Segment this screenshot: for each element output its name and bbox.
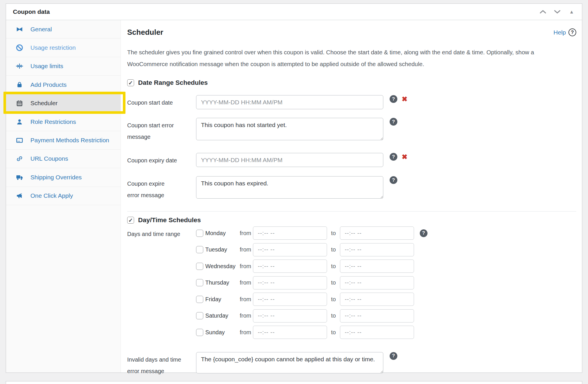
day-time-checkbox[interactable]: ✓ xyxy=(127,217,134,224)
expiry-date-help-icon[interactable]: ? xyxy=(390,153,397,161)
coupon-expire-error-row: Coupon expire error message This coupon … xyxy=(127,176,576,201)
sidebar-item-label: Role Restrictions xyxy=(30,118,76,125)
sidebar-item-usage-limits[interactable]: Usage limits xyxy=(6,57,121,76)
sunday-checkbox[interactable] xyxy=(196,329,203,336)
sidebar-item-label: One Click Apply xyxy=(30,192,73,199)
sidebar-item-label: Usage restriction xyxy=(30,44,76,51)
truck-icon xyxy=(16,174,23,181)
monday-from-input[interactable] xyxy=(253,226,327,240)
day-row-wednesday: Wednesday from to xyxy=(196,260,428,273)
start-date-clear-icon[interactable]: ✖ xyxy=(402,95,407,103)
day-row-friday: Friday from to xyxy=(196,293,428,306)
scheduler-description: The scheduler gives you fine grained con… xyxy=(127,46,576,70)
coupon-expiry-date-input[interactable] xyxy=(196,153,383,167)
thursday-checkbox[interactable] xyxy=(196,279,203,286)
invalid-days-help-icon[interactable]: ? xyxy=(390,352,397,360)
help-question-icon: ? xyxy=(568,28,576,36)
sunday-to-input[interactable] xyxy=(340,326,414,339)
bag-icon xyxy=(16,81,23,89)
coupon-start-date-input[interactable] xyxy=(196,95,383,109)
thursday-from-input[interactable] xyxy=(253,276,327,289)
metabox-controls: ▲ xyxy=(537,6,577,18)
monday-to-input[interactable] xyxy=(340,226,414,240)
sidebar-item-payment-methods[interactable]: Payment Methods Restriction xyxy=(6,131,121,149)
sidebar-item-role-restrictions[interactable]: Role Restrictions xyxy=(6,113,121,131)
day-row-monday: Monday from to ? xyxy=(196,226,428,240)
day-row-tuesday: Tuesday from to xyxy=(196,243,428,256)
expiry-date-clear-icon[interactable]: ✖ xyxy=(402,153,407,161)
day-time-section-head: ✓ Day/Time Schedules xyxy=(127,216,576,224)
sidebar-item-shipping-overrides[interactable]: Shipping Overrides xyxy=(6,168,121,187)
invalid-days-error-label: Invalid days and time error message xyxy=(127,352,196,377)
sidebar-item-one-click-apply[interactable]: One Click Apply xyxy=(6,187,121,205)
sidebar-item-label: Shipping Overrides xyxy=(30,174,82,181)
monday-checkbox[interactable] xyxy=(196,230,203,237)
sunday-from-input[interactable] xyxy=(253,326,327,339)
tuesday-to-input[interactable] xyxy=(340,243,414,256)
sidebar-item-label: URL Coupons xyxy=(30,155,68,162)
sidebar-item-scheduler[interactable]: Scheduler xyxy=(6,94,121,113)
coupon-tabs-sidebar: General Usage restriction Usage limits xyxy=(6,20,121,373)
toggle-panel-icon[interactable]: ▲ xyxy=(566,6,577,18)
thursday-to-input[interactable] xyxy=(340,276,414,289)
wednesday-from-input[interactable] xyxy=(253,260,327,273)
tuesday-from-input[interactable] xyxy=(253,243,327,256)
coupon-expire-error-textarea[interactable]: This coupon has expired. xyxy=(196,176,383,199)
day-row-thursday: Thursday from to xyxy=(196,276,428,289)
coupon-start-error-textarea[interactable]: This coupon has not started yet. xyxy=(196,118,383,140)
sidebar-item-label: Usage limits xyxy=(30,63,63,70)
sidebar-item-url-coupons[interactable]: URL Coupons xyxy=(6,150,121,168)
friday-checkbox[interactable] xyxy=(196,296,203,303)
section-divider xyxy=(127,211,576,212)
invalid-days-error-textarea[interactable]: The {coupon_code} coupon cannot be appli… xyxy=(196,352,383,373)
next-metabox-edge xyxy=(6,381,582,384)
coupon-start-date-row: Coupon start date ? ✖ xyxy=(127,95,576,109)
user-icon xyxy=(16,118,23,126)
friday-to-input[interactable] xyxy=(340,293,414,306)
coupon-data-metabox: Coupon data ▲ General xyxy=(6,3,582,373)
days-time-range-block: Days and time range Monday from to ? Tue… xyxy=(127,226,576,342)
coupon-expiry-date-row: Coupon expiry date ? ✖ xyxy=(127,153,576,167)
date-range-checkbox[interactable]: ✓ xyxy=(127,79,134,86)
expire-error-help-icon[interactable]: ? xyxy=(390,176,397,184)
metabox-title: Coupon data xyxy=(13,8,50,15)
coupon-start-error-row: Coupon start error message This coupon h… xyxy=(127,118,576,143)
wednesday-to-input[interactable] xyxy=(340,260,414,273)
sidebar-item-add-products[interactable]: Add Products xyxy=(6,76,121,94)
sidebar-item-usage-restriction[interactable]: Usage restriction xyxy=(6,39,121,57)
days-help-icon[interactable]: ? xyxy=(420,229,428,237)
limits-icon xyxy=(16,62,23,70)
metabox-header: Coupon data ▲ xyxy=(6,4,582,20)
sidebar-item-label: Add Products xyxy=(30,81,67,88)
no-entry-icon xyxy=(16,44,23,51)
move-down-icon[interactable] xyxy=(552,6,563,18)
wednesday-checkbox[interactable] xyxy=(196,263,203,270)
saturday-to-input[interactable] xyxy=(340,309,414,322)
date-range-heading: Date Range Schedules xyxy=(138,79,208,87)
tuesday-checkbox[interactable] xyxy=(196,246,203,253)
credit-card-icon xyxy=(16,137,23,144)
coupon-start-date-label: Coupon start date xyxy=(127,95,196,108)
days-time-range-label: Days and time range xyxy=(127,226,196,342)
coupon-start-error-label: Coupon start error message xyxy=(127,118,196,143)
calendar-icon xyxy=(16,99,23,107)
ticket-icon xyxy=(16,26,23,33)
date-range-section-head: ✓ Date Range Schedules xyxy=(127,79,576,87)
saturday-from-input[interactable] xyxy=(253,309,327,322)
help-link[interactable]: Help ? xyxy=(554,28,576,36)
friday-from-input[interactable] xyxy=(253,293,327,306)
page-title: Scheduler xyxy=(127,28,163,37)
day-row-saturday: Saturday from to xyxy=(196,309,428,322)
invalid-days-error-row: Invalid days and time error message The … xyxy=(127,352,576,377)
start-error-help-icon[interactable]: ? xyxy=(390,118,397,126)
move-up-icon[interactable] xyxy=(537,6,549,18)
help-link-label: Help xyxy=(554,29,566,36)
saturday-checkbox[interactable] xyxy=(196,312,203,319)
coupon-expiry-date-label: Coupon expiry date xyxy=(127,153,196,166)
sidebar-item-general[interactable]: General xyxy=(6,20,121,39)
coupon-expire-error-label: Coupon expire error message xyxy=(127,176,196,201)
sidebar-item-label: Scheduler xyxy=(30,100,58,107)
sidebar-item-label: Payment Methods Restriction xyxy=(30,137,109,144)
link-icon xyxy=(16,155,23,162)
start-date-help-icon[interactable]: ? xyxy=(390,95,397,103)
